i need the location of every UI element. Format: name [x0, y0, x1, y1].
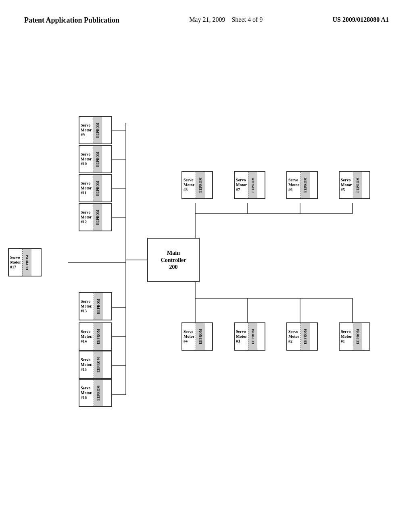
- servo-motor-5: Servo Motor #5 EEPROM: [339, 171, 370, 199]
- publication-title: Patent Application Publication: [24, 16, 119, 25]
- figure-label: Fig. 4 (Prior Art): [340, 278, 413, 355]
- main-controller-box: MainController 200: [147, 238, 200, 282]
- diagram-area: MainController 200 Servo Motor #9 EEPROM…: [0, 56, 413, 500]
- main-controller-label: MainController: [161, 249, 186, 264]
- servo-motor-2: Servo Motor #2 EEPROM: [286, 322, 318, 351]
- servo-motor-11: Servo Motor #11 EEPROM: [79, 174, 112, 202]
- servo-motor-8: Servo Motor #8 EEPROM: [181, 171, 213, 199]
- servo-motor-12: Servo Motor #12 EEPROM: [79, 203, 112, 231]
- main-controller-number: 200: [169, 264, 178, 270]
- servo-motor-7: Servo Motor #7 EEPROM: [234, 171, 265, 199]
- servo-motor-3: Servo Motor #3 EEPROM: [234, 322, 265, 351]
- publication-number: US 2009/0128080 A1: [332, 16, 389, 23]
- servo-motor-17: Servo Motor #17 EEPROM: [8, 248, 42, 276]
- servo-motor-9: Servo Motor #9 EEPROM: [79, 116, 112, 144]
- connection-lines: [0, 56, 413, 500]
- servo-motor-16: Servo Motor. #16 EEPROM: [79, 379, 112, 407]
- publication-date-sheet: May 21, 2009 Sheet 4 of 9: [189, 16, 263, 23]
- page-header: Patent Application Publication May 21, 2…: [0, 0, 413, 25]
- servo-motor-4: Servo Motor #4 EEPROM: [181, 322, 213, 351]
- servo-motor-13: Servo Motor. #13 EEPROM: [79, 292, 112, 320]
- servo-motor-10: Servo Motor #10 EEPROM: [79, 145, 112, 173]
- servo-motor-14: Servo Motor. #14 EEPROM: [79, 322, 112, 351]
- servo-motor-15: Servo Motor. #15 EEPROM: [79, 351, 112, 379]
- servo-motor-6: Servo Motor #6 EEPROM: [286, 171, 318, 199]
